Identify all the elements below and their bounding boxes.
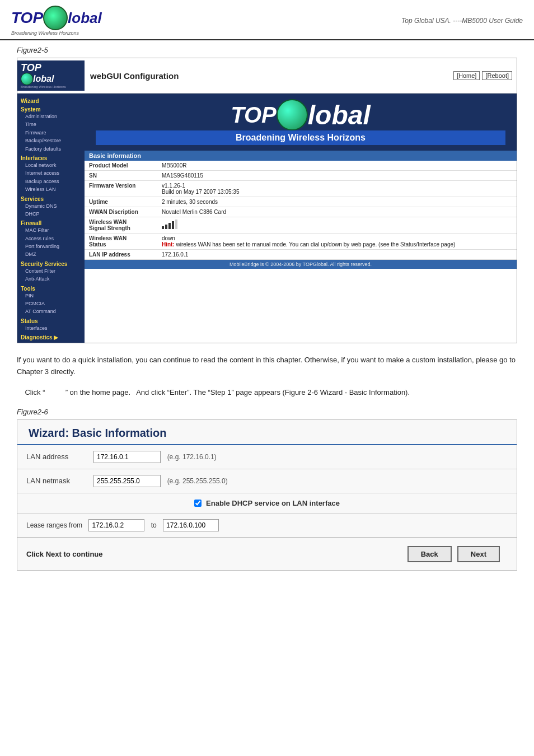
sidebar-item-local-network[interactable]: Local network xyxy=(21,161,81,169)
sidebar-item-security-services[interactable]: Security Services xyxy=(21,261,81,267)
sidebar-item-at-command[interactable]: AT Command xyxy=(21,307,81,315)
webgui-reboot-btn[interactable]: [Reboot] xyxy=(482,71,512,80)
content-para1: If you want to do a quick installation, … xyxy=(17,354,517,378)
figure2-6-label: Figure2-6 xyxy=(17,408,517,416)
label-lan-address: LAN address xyxy=(17,445,85,469)
logo-lobal: lobal xyxy=(68,10,102,27)
table-row-lan-address: LAN address (e.g. 172.16.0.1) xyxy=(17,445,517,469)
webgui-header-title: webGUI Configuration xyxy=(85,69,453,83)
logo-globe xyxy=(43,6,68,30)
value-sn: MA1S9G480115 xyxy=(157,171,517,181)
guide-title: Top Global USA. ----MB5000 User Guide xyxy=(401,17,523,25)
webgui-logo-lobal: lobal xyxy=(33,74,54,84)
sidebar-item-content-filter[interactable]: Content Filter xyxy=(21,267,81,275)
sidebar-item-administration[interactable]: Administration xyxy=(21,113,81,120)
basic-info-table: Product Model MB5000R SN MA1S9G480115 Fi… xyxy=(85,161,517,260)
sidebar-item-port-forwarding[interactable]: Port forwarding xyxy=(21,242,81,250)
webgui-logo-area: TOP lobal Broadening Wireless Horizons xyxy=(17,60,85,91)
sidebar-item-access-rules[interactable]: Access rules xyxy=(21,235,81,242)
label-wwan-status: Wireless WANStatus xyxy=(85,234,157,250)
wizard-title: Wizard: Basic Information xyxy=(17,420,517,445)
sidebar-item-status[interactable]: Status xyxy=(21,318,81,324)
next-button[interactable]: Next xyxy=(457,546,500,562)
sidebar-item-system[interactable]: System xyxy=(21,106,81,113)
label-wwan-desc: WWAN Discription xyxy=(85,207,157,217)
webgui-home-btn[interactable]: [Home] xyxy=(453,71,480,80)
sidebar-item-interfaces-status[interactable]: Interfaces xyxy=(21,324,81,332)
back-button[interactable]: Back xyxy=(407,546,452,562)
lease-from-label: Lease ranges from xyxy=(26,521,82,529)
webgui-main-panel: TOP lobal Broadening Wireless Horizons B… xyxy=(85,94,517,343)
content-para2: Click “ ” on the home page. And click “E… xyxy=(17,387,517,399)
page-body: Figure2-5 TOP lobal Broadening Wireless … xyxy=(0,40,534,593)
webgui-screenshot: TOP lobal Broadening Wireless Horizons w… xyxy=(17,58,517,343)
label-lan-ip: LAN IP address xyxy=(85,250,157,260)
sidebar-item-backup-access[interactable]: Backup access xyxy=(21,178,81,185)
wizard-footer: Click Next to continue Back Next xyxy=(17,538,517,570)
dhcp-checkbox[interactable] xyxy=(194,500,202,507)
sidebar-item-pin[interactable]: PIN xyxy=(21,292,81,300)
label-signal-strength: Wireless WANSignal Strength xyxy=(85,217,157,234)
signal-bar-1 xyxy=(162,226,164,229)
table-row: SN MA1S9G480115 xyxy=(85,171,517,181)
sidebar-item-factory-defaults[interactable]: Factory defaults xyxy=(21,145,81,153)
label-lan-netmask: LAN netmask xyxy=(17,469,85,493)
lan-netmask-input[interactable] xyxy=(93,475,161,487)
value-lan-ip: 172.16.0.1 xyxy=(157,250,517,260)
value-wwan-status: down Hint: wireless WAN has been set to … xyxy=(157,234,517,250)
lease-to-input[interactable] xyxy=(163,519,219,531)
sidebar-item-dynamic-dns[interactable]: Dynamic DNS xyxy=(21,202,81,210)
webgui-footer: MobileBridge is © 2004-2006 by TOPGlobal… xyxy=(85,260,517,269)
banner-tagline-bar: Broadening Wireless Horizons xyxy=(96,130,505,145)
sidebar-item-services[interactable]: Services xyxy=(21,196,81,202)
webgui-topbar: TOP lobal Broadening Wireless Horizons w… xyxy=(17,58,517,94)
lease-to-label: to xyxy=(151,521,157,529)
sidebar-item-diagnostics[interactable]: Diagnostics ▶ xyxy=(21,334,81,340)
label-sn: SN xyxy=(85,171,157,181)
table-row-lan-netmask: LAN netmask (e.g. 255.255.255.0) xyxy=(17,469,517,493)
sidebar-item-wireless-lan[interactable]: Wireless LAN xyxy=(21,185,81,193)
signal-bar-5 xyxy=(175,220,177,229)
webgui-sidebar: Wizard System Administration Time Firmwa… xyxy=(17,94,85,343)
sidebar-item-internet-access[interactable]: Internet access xyxy=(21,169,81,177)
banner-lobal: lobal xyxy=(308,100,371,130)
value-uptime: 2 minutes, 30 seconds xyxy=(157,197,517,207)
wwan-status-hint: Hint: wireless WAN has been set to manua… xyxy=(162,241,512,248)
top-global-logo: TOP lobal Broadening Wireless Horizons xyxy=(11,6,102,36)
signal-bars xyxy=(162,219,512,229)
value-product-model: MB5000R xyxy=(157,161,517,171)
sidebar-item-dhcp[interactable]: DHCP xyxy=(21,210,81,218)
banner-globe xyxy=(277,99,308,130)
click-next-label: Click Next to continue xyxy=(26,550,103,558)
label-firmware: Firmware Version xyxy=(85,181,157,197)
basic-info-header: Basic information xyxy=(85,151,517,161)
sidebar-item-mac-filter[interactable]: MAC Filter xyxy=(21,226,81,234)
dhcp-cell: Enable DHCP service on LAN interface xyxy=(17,493,517,513)
sidebar-item-tools[interactable]: Tools xyxy=(21,286,81,292)
label-product-model: Product Model xyxy=(85,161,157,171)
table-row: Firmware Version v1.1.26-1Build on May 1… xyxy=(85,181,517,197)
sidebar-item-interfaces[interactable]: Interfaces xyxy=(21,155,81,161)
header-tagline: Broadening Wireless Horizons xyxy=(11,30,79,36)
dhcp-label: Enable DHCP service on LAN interface xyxy=(206,499,340,507)
table-row: Wireless WANStatus down Hint: wireless W… xyxy=(85,234,517,250)
logo-top: TOP xyxy=(11,9,43,27)
lan-address-input[interactable] xyxy=(93,451,161,463)
lease-from-input[interactable] xyxy=(88,519,144,531)
value-lan-address: (e.g. 172.16.0.1) xyxy=(85,445,517,469)
sidebar-item-time[interactable]: Time xyxy=(21,120,81,128)
webgui-logo-top: TOP xyxy=(21,63,41,73)
webgui-logo-globe xyxy=(21,73,33,85)
value-lan-netmask: (e.g. 255.255.255.0) xyxy=(85,469,517,493)
sidebar-item-anti-attack[interactable]: Anti-Attack xyxy=(21,275,81,283)
sidebar-item-wizard[interactable]: Wizard xyxy=(21,98,81,104)
signal-bar-3 xyxy=(168,223,171,229)
sidebar-item-firewall[interactable]: Firewall xyxy=(21,220,81,226)
sidebar-item-firmware[interactable]: Firmware xyxy=(21,129,81,137)
sidebar-item-backup-restore[interactable]: Backup/Restore xyxy=(21,137,81,144)
sidebar-item-pcmcia[interactable]: PCMCIA xyxy=(21,300,81,307)
value-signal-strength xyxy=(157,217,517,234)
webgui-banner: TOP lobal Broadening Wireless Horizons xyxy=(85,94,517,151)
sidebar-item-dmz[interactable]: DMZ xyxy=(21,250,81,258)
figure2-5-label: Figure2-5 xyxy=(17,46,517,54)
